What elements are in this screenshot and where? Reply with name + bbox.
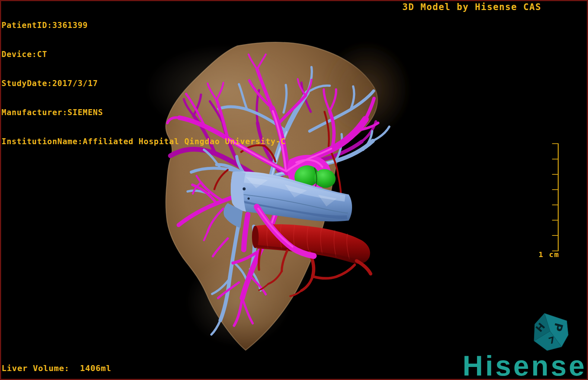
institution-line: InstitutionName:Affiliated Hospital Qing… (1, 137, 286, 146)
device-line: Device:CT (1, 50, 286, 59)
scale-bar-label: 1 cm (539, 250, 559, 259)
hisense-logo: Hisense (463, 352, 587, 380)
3d-viewer-viewport[interactable]: P H 7 PatientID:3361399 Device:CT StudyD… (0, 0, 588, 380)
mesh-hole (247, 197, 250, 200)
artery-branch (301, 265, 355, 291)
manufacturer-line: Manufacturer:SIEMENS (1, 108, 286, 117)
artery-left-cap (252, 226, 259, 248)
liver-bottom-sheen (186, 257, 290, 346)
watermark-title: 3D Model by Hisense CAS (402, 2, 541, 12)
study-date-line: StudyDate:2017/3/17 (1, 79, 286, 88)
scale-bar (552, 143, 559, 251)
orientation-cube[interactable]: P H 7 (534, 313, 568, 351)
mesh-hole (243, 187, 246, 190)
patient-id-line: PatientID:3361399 (1, 20, 286, 30)
liver-volume-readout: Liver Volume: 1406ml (1, 364, 111, 373)
scale-bar-ticks (552, 144, 559, 251)
patient-info-block: PatientID:3361399 Device:CT StudyDate:20… (1, 1, 286, 156)
